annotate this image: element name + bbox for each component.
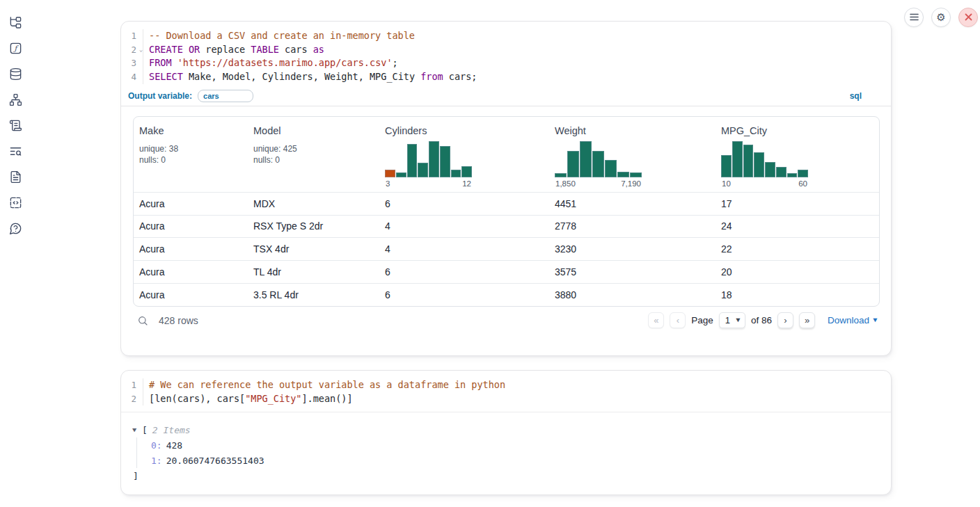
- histogram-bar: [429, 141, 439, 177]
- column-header-model[interactable]: Model unique: 425 nulls: 0: [248, 124, 379, 192]
- text-search-icon[interactable]: [8, 144, 22, 158]
- table-cell: Acura: [134, 289, 248, 300]
- list-open-bracket: [: [142, 425, 148, 435]
- histogram-bar: [765, 162, 775, 177]
- previous-page-button[interactable]: ‹: [670, 312, 686, 328]
- column-header-cylinders[interactable]: Cylinders 312: [379, 124, 549, 192]
- last-page-button[interactable]: »: [799, 312, 815, 328]
- table-cell: 3880: [549, 289, 716, 300]
- function-square-icon[interactable]: ƒ: [8, 41, 22, 55]
- histogram-bar: [743, 145, 754, 177]
- next-page-button[interactable]: ›: [777, 312, 793, 328]
- row-count: 428 rows: [159, 315, 198, 326]
- cylinders-histogram: 312: [385, 141, 472, 188]
- histogram-bar: [754, 152, 764, 177]
- output-variable-input[interactable]: cars: [198, 90, 253, 102]
- code-line[interactable]: 1 -- Download a CSV and create an in-mem…: [121, 29, 891, 43]
- code-line[interactable]: 2 [len(cars), cars["MPG_City"].mean()]: [121, 392, 891, 406]
- table-cell: 2778: [549, 220, 716, 232]
- documentation-icon[interactable]: [8, 170, 22, 184]
- table-cell: 6: [379, 266, 549, 277]
- sql-code-editor[interactable]: 1 -- Download a CSV and create an in-mem…: [121, 22, 891, 88]
- table-cell: 4: [379, 220, 549, 232]
- python-string: "MPG_City": [245, 393, 301, 404]
- line-number: 2⌄: [121, 43, 143, 57]
- table-row: Acura RSX Type S 2dr 4 2778 24: [134, 215, 879, 238]
- mpg-city-histogram: 1060: [721, 141, 808, 188]
- database-icon[interactable]: [8, 67, 22, 81]
- dependency-graph-icon[interactable]: [8, 92, 22, 106]
- svg-text:ƒ: ƒ: [13, 44, 19, 52]
- histogram-bar: [617, 172, 629, 177]
- table-cell: 20: [716, 266, 879, 277]
- page-label: Page: [691, 315, 713, 325]
- histogram-bar: [787, 173, 798, 177]
- chevron-left-icon: ‹: [677, 316, 679, 325]
- settings-button[interactable]: ⚙: [931, 8, 951, 27]
- list-close-bracket: ]: [133, 468, 880, 483]
- histogram-bar: [776, 167, 787, 177]
- fold-chevron-icon[interactable]: ⌄: [139, 47, 143, 53]
- chevron-right-icon: ›: [784, 316, 787, 325]
- scroll-logs-icon[interactable]: [8, 118, 22, 132]
- table-cell: 3.5 RL 4dr: [248, 289, 379, 300]
- histogram-bar: [580, 141, 592, 177]
- table-cell: Acura: [134, 220, 248, 232]
- table-cell: 17: [716, 198, 879, 209]
- code-line[interactable]: 4 SELECT Make, Model, Cylinders, Weight,…: [121, 70, 891, 84]
- list-item: 1: 20.060747663551403: [151, 453, 880, 468]
- sql-comment: -- Download a CSV and create an in-memor…: [149, 30, 415, 41]
- column-header-mpg-city[interactable]: MPG_City 1060: [716, 124, 879, 192]
- search-icon[interactable]: [137, 314, 150, 327]
- file-tree-icon[interactable]: [8, 15, 22, 29]
- menu-button[interactable]: [904, 8, 924, 27]
- python-code-editor[interactable]: 1 # We can reference the output variable…: [121, 371, 891, 409]
- snippets-code-icon[interactable]: [8, 195, 22, 209]
- first-page-button[interactable]: «: [648, 312, 664, 328]
- table-cell: 3230: [549, 243, 716, 255]
- table-cell: RSX Type S 2dr: [248, 220, 379, 232]
- close-icon: [965, 11, 972, 24]
- histogram-bar: [440, 146, 450, 177]
- histogram-bar: [721, 155, 732, 177]
- line-number: 1: [121, 378, 143, 392]
- python-comment: # We can reference the output variable a…: [149, 379, 505, 390]
- page-select[interactable]: 1 ▼: [719, 312, 745, 328]
- histogram-bar: [451, 170, 461, 177]
- collapse-chevron-icon[interactable]: ▼: [132, 426, 143, 433]
- table-header-row: Make unique: 38 nulls: 0 Model unique: 4…: [134, 117, 879, 192]
- help-chat-icon[interactable]: [8, 221, 22, 235]
- column-header-make[interactable]: Make unique: 38 nulls: 0: [134, 124, 248, 192]
- histogram-bar: [418, 163, 428, 177]
- sql-cell: 1 -- Download a CSV and create an in-mem…: [120, 21, 892, 356]
- table-cell: TSX 4dr: [248, 243, 379, 255]
- close-button[interactable]: [958, 8, 978, 27]
- table-cell: 24: [716, 220, 879, 232]
- table-cell: 22: [716, 243, 879, 255]
- output-variable-bar: Output variable: cars sql: [121, 88, 891, 106]
- item-value: 20.060747663551403: [166, 456, 264, 466]
- line-number: 2: [121, 392, 143, 406]
- download-button[interactable]: Download ▼: [828, 315, 878, 325]
- code-line[interactable]: 1 # We can reference the output variable…: [121, 378, 891, 392]
- histogram-bar: [798, 170, 808, 177]
- histogram-bar: [630, 172, 642, 177]
- double-chevron-left-icon: «: [654, 316, 658, 325]
- gear-icon: ⚙: [936, 13, 945, 23]
- sql-cell-output: Make unique: 38 nulls: 0 Model unique: 4…: [121, 106, 891, 335]
- histogram-bar: [555, 173, 567, 177]
- sql-string: 'https://datasets.marimo.app/cars.csv': [177, 57, 393, 68]
- code-line[interactable]: 2⌄ CREATE OR replace TABLE cars as: [121, 43, 891, 57]
- histogram-bar: [385, 170, 395, 177]
- table-cell: Acura: [134, 198, 248, 209]
- column-stats: unique: 425 nulls: 0: [253, 143, 374, 166]
- table-row: Acura TSX 4dr 4 3230 22: [134, 237, 879, 260]
- code-line[interactable]: 3 FROM 'https://datasets.marimo.app/cars…: [121, 56, 891, 70]
- python-cell-output: ▼ [ 2 Items 0: 428 1: 20.060747663551403…: [121, 412, 891, 483]
- chevron-down-icon: ▼: [871, 317, 878, 323]
- double-chevron-right-icon: »: [805, 316, 809, 325]
- column-header-weight[interactable]: Weight 1,8507,190: [549, 124, 716, 192]
- chevron-down-icon: ▼: [734, 317, 741, 323]
- table-row: Acura TL 4dr 6 3575 20: [134, 260, 879, 283]
- data-table: Make unique: 38 nulls: 0 Model unique: 4…: [133, 116, 880, 307]
